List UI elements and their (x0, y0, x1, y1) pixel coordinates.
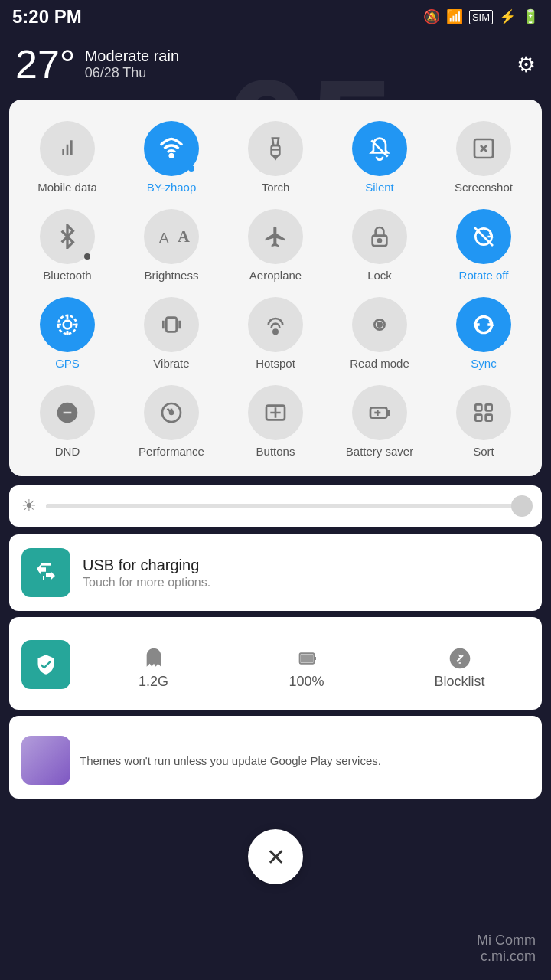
screenshot-icon (456, 121, 511, 176)
qs-rotate[interactable]: Rotate off (433, 203, 534, 288)
svg-rect-12 (166, 318, 176, 332)
qs-bluetooth[interactable]: Bluetooth (17, 203, 118, 288)
stat-divider-3 (383, 640, 383, 696)
charge-icon: ⚡ (499, 8, 516, 25)
usb-icon-box (21, 548, 70, 597)
qs-torch[interactable]: Torch (225, 115, 326, 200)
quick-settings-grid: Mobile data BY-zhaop (17, 115, 534, 464)
brightness-track[interactable] (46, 504, 530, 508)
torch-icon (248, 121, 303, 176)
sim-icon: SIM (469, 10, 493, 24)
svg-point-0 (170, 154, 173, 157)
vibrate-icon (144, 297, 199, 352)
status-icons: 🔕 📶 SIM ⚡ 🔋 (423, 8, 539, 25)
sync-icon (456, 297, 511, 352)
brightness-icon: A A (144, 209, 199, 264)
battery-pct-value: 100% (289, 674, 324, 690)
blocklist-label: Blocklist (434, 674, 484, 690)
mobile-data-icon (40, 121, 95, 176)
watermark: Mi Comm c.mi.com (477, 933, 536, 965)
qs-aeroplane[interactable]: Aeroplane (225, 203, 326, 288)
qs-performance[interactable]: Performance (121, 379, 222, 464)
sort-icon (456, 385, 511, 440)
dnd-label: DND (55, 445, 80, 458)
usb-subtitle: Touch for more options. (83, 576, 210, 590)
qs-lock[interactable]: Lock (329, 203, 430, 288)
performance-label: Performance (139, 445, 204, 458)
wifi-qs-icon (144, 121, 199, 176)
notification-area: USB for charging Touch for more options.… (9, 534, 542, 799)
svg-point-15 (377, 322, 381, 326)
gps-icon (40, 297, 95, 352)
readmode-label: Read mode (350, 357, 409, 370)
close-icon: ✕ (266, 844, 285, 871)
dnd-icon (40, 385, 95, 440)
quick-settings-panel: Mobile data BY-zhaop (9, 100, 542, 476)
status-bar: 5:20 PM 🔕 📶 SIM ⚡ 🔋 (0, 0, 551, 34)
sort-label: Sort (473, 445, 494, 458)
svg-point-13 (273, 330, 277, 334)
close-button[interactable]: ✕ (248, 829, 303, 884)
themes-text: Themes won't run unless you update Googl… (80, 754, 381, 767)
mute-icon: 🔕 (423, 8, 440, 25)
battery-saver-icon (352, 385, 407, 440)
qs-sort[interactable]: Sort (433, 379, 534, 464)
qs-gps[interactable]: GPS (17, 291, 118, 376)
wifi-dot (188, 165, 194, 172)
weather-temp: 27° (15, 41, 76, 87)
qs-brightness[interactable]: A A Brightness (121, 203, 222, 288)
settings-icon[interactable]: ⚙ (517, 52, 536, 77)
aeroplane-label: Aeroplane (249, 269, 302, 282)
svg-rect-22 (475, 404, 481, 410)
svg-point-31 (458, 650, 461, 654)
svg-point-8 (378, 239, 381, 242)
qs-dnd[interactable]: DND (17, 379, 118, 464)
weather-bar: 27° Moderate rain 06/28 Thu ⚙ (0, 34, 551, 100)
qs-sync[interactable]: Sync (433, 291, 534, 376)
themes-icon (21, 736, 70, 785)
rotate-icon (456, 209, 511, 264)
qs-silent[interactable]: Silent (329, 115, 430, 200)
stat-divider-1 (77, 640, 77, 696)
qs-buttons[interactable]: Buttons (225, 379, 326, 464)
themes-content: Themes won't run unless you update Googl… (21, 736, 530, 785)
qs-screenshot[interactable]: Screenshot (433, 115, 534, 200)
sync-label: Sync (471, 357, 496, 370)
qs-hotspot[interactable]: Hotspot (225, 291, 326, 376)
wifi-icon: 📶 (446, 8, 463, 25)
bluetooth-label: Bluetooth (43, 269, 91, 282)
hotspot-icon (248, 297, 303, 352)
battery-saver-label: Battery saver (346, 445, 413, 458)
screenshot-label: Screenshot (455, 181, 513, 194)
qs-wifi[interactable]: BY-zhaop (121, 115, 222, 200)
bluetooth-dot (84, 253, 90, 260)
svg-rect-24 (475, 415, 481, 421)
svg-rect-25 (486, 415, 492, 421)
qs-battery-saver[interactable]: Battery saver (329, 379, 430, 464)
silent-icon (352, 121, 407, 176)
close-button-area: ✕ (0, 829, 551, 884)
usb-notification-card[interactable]: USB for charging Touch for more options. (9, 534, 542, 611)
svg-point-10 (64, 321, 72, 329)
brightness-label: Brightness (145, 269, 199, 282)
qs-vibrate[interactable]: Vibrate (121, 291, 222, 376)
buttons-icon (248, 385, 303, 440)
themes-notification-card[interactable]: Themes won't run unless you update Googl… (9, 716, 542, 799)
stats-notification-card[interactable]: 1.2G 100% (9, 617, 542, 710)
usb-notification-text: USB for charging Touch for more options. (83, 557, 210, 590)
lock-icon (352, 209, 407, 264)
svg-rect-26 (43, 576, 44, 580)
aeroplane-icon (248, 209, 303, 264)
brightness-thumb (511, 495, 533, 517)
svg-rect-29 (301, 655, 313, 663)
status-time: 5:20 PM (12, 6, 82, 28)
brightness-bar[interactable]: ☀ (9, 485, 542, 527)
stats-content: 1.2G 100% (21, 640, 530, 696)
battery-icon: 🔋 (522, 8, 539, 25)
qs-readmode[interactable]: Read mode (329, 291, 430, 376)
qs-mobile-data[interactable]: Mobile data (17, 115, 118, 200)
stat-divider-2 (230, 640, 230, 696)
bluetooth-icon (40, 209, 95, 264)
blocklist-stat: Blocklist (390, 640, 530, 696)
wifi-label: BY-zhaop (147, 181, 197, 194)
